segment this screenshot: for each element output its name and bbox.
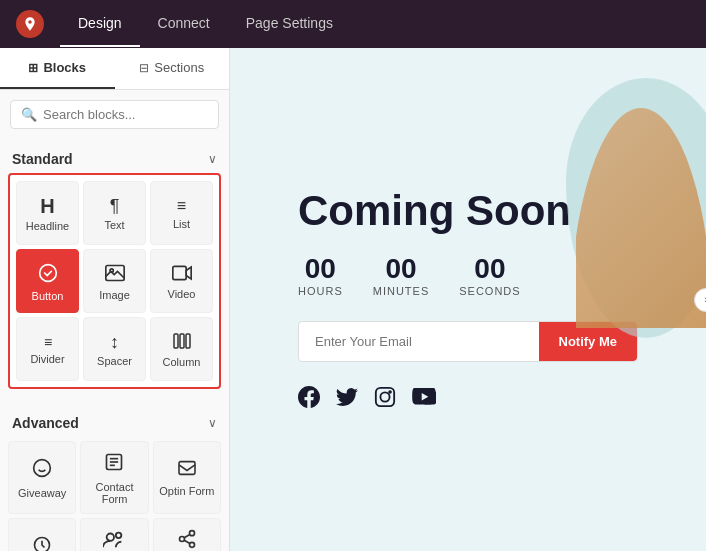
- header-nav: Design Connect Page Settings: [60, 1, 351, 47]
- block-contact-form-label: Contact Form: [85, 481, 143, 505]
- svg-line-22: [184, 534, 190, 537]
- search-wrapper: 🔍: [10, 100, 219, 129]
- block-giveaway-label: Giveaway: [18, 487, 66, 499]
- standard-blocks-wrapper: H Headline ¶ Text ≡ List: [8, 173, 221, 389]
- block-text[interactable]: ¶ Text: [83, 181, 146, 245]
- block-image-label: Image: [99, 289, 130, 301]
- sections-icon: ⊟: [139, 61, 149, 75]
- standard-title: Standard: [12, 151, 73, 167]
- logo-icon: [22, 16, 38, 32]
- svg-point-0: [39, 264, 56, 281]
- countdown-seconds: 00 SECONDS: [459, 255, 520, 297]
- social-row: [298, 386, 436, 413]
- svg-rect-6: [186, 334, 190, 348]
- svg-point-24: [380, 392, 389, 401]
- blocks-icon: ⊞: [28, 61, 38, 75]
- advanced-header[interactable]: Advanced ∨: [8, 409, 221, 437]
- optin-form-icon: [177, 460, 197, 481]
- search-input[interactable]: [43, 107, 208, 122]
- divider-icon: ≡: [44, 335, 51, 349]
- block-image[interactable]: Image: [83, 249, 146, 313]
- tab-sections-label: Sections: [154, 60, 204, 75]
- hours-num: 00: [298, 255, 343, 283]
- block-button-label: Button: [32, 290, 64, 302]
- video-icon: [172, 265, 192, 284]
- block-social-sharing[interactable]: Social Sharing: [153, 518, 221, 551]
- youtube-icon[interactable]: [412, 388, 436, 411]
- sidebar-tabs: ⊞ Blocks ⊟ Sections: [0, 48, 229, 90]
- giveaway-icon: [32, 458, 52, 483]
- search-container: 🔍: [0, 90, 229, 137]
- svg-point-7: [34, 460, 51, 477]
- svg-point-20: [189, 542, 194, 547]
- standard-blocks-grid: H Headline ¶ Text ≡ List: [16, 181, 213, 381]
- svg-rect-23: [376, 387, 394, 405]
- image-icon: [105, 264, 125, 285]
- tab-sections[interactable]: ⊟ Sections: [115, 48, 230, 89]
- header: Design Connect Page Settings: [0, 0, 706, 48]
- logo: [16, 10, 44, 38]
- canvas: Coming Soon 00 HOURS 00 MINUTES 00 SECON…: [230, 48, 706, 551]
- block-list-label: List: [173, 218, 190, 230]
- block-video-label: Video: [168, 288, 196, 300]
- block-video[interactable]: Video: [150, 249, 213, 313]
- block-optin-form-label: Optin Form: [159, 485, 214, 497]
- advanced-blocks-grid: Giveaway Contact Form Optin Form: [8, 441, 221, 551]
- svg-point-25: [389, 391, 391, 393]
- block-giveaway[interactable]: Giveaway: [8, 441, 76, 514]
- seconds-num: 00: [459, 255, 520, 283]
- block-spacer-label: Spacer: [97, 355, 132, 367]
- svg-point-17: [116, 533, 122, 539]
- block-countdown[interactable]: Countdown: [8, 518, 76, 551]
- tab-blocks-label: Blocks: [43, 60, 86, 75]
- block-text-label: Text: [104, 219, 124, 231]
- social-profiles-icon: [103, 530, 125, 551]
- headline-icon: H: [40, 196, 54, 216]
- column-icon: [173, 333, 191, 352]
- standard-header[interactable]: Standard ∨: [8, 145, 221, 173]
- svg-rect-5: [180, 334, 184, 348]
- email-input[interactable]: [299, 322, 539, 361]
- block-headline[interactable]: H Headline: [16, 181, 79, 245]
- block-list[interactable]: ≡ List: [150, 181, 213, 245]
- svg-rect-14: [179, 462, 195, 475]
- svg-point-18: [189, 531, 194, 536]
- advanced-chevron-icon: ∨: [208, 416, 217, 430]
- svg-line-21: [184, 540, 190, 543]
- countdown-row: 00 HOURS 00 MINUTES 00 SECONDS: [298, 255, 521, 297]
- block-social-profiles[interactable]: Social Profiles: [80, 518, 148, 551]
- countdown-icon: [32, 535, 52, 551]
- block-spacer[interactable]: ↕ Spacer: [83, 317, 146, 381]
- sidebar: ⊞ Blocks ⊟ Sections 🔍 Standard ∨: [0, 48, 230, 551]
- coming-soon-title: Coming Soon: [298, 187, 571, 235]
- countdown-minutes: 00 MINUTES: [373, 255, 430, 297]
- svg-rect-4: [174, 334, 178, 348]
- advanced-group: Advanced ∨ Giveaway Contact Form: [0, 401, 229, 551]
- hours-label: HOURS: [298, 285, 343, 297]
- search-icon: 🔍: [21, 107, 37, 122]
- facebook-icon[interactable]: [298, 386, 320, 413]
- tab-connect[interactable]: Connect: [140, 1, 228, 47]
- svg-point-2: [110, 268, 113, 271]
- block-divider-label: Divider: [30, 353, 64, 365]
- svg-rect-3: [172, 266, 185, 279]
- tab-design[interactable]: Design: [60, 1, 140, 47]
- block-divider[interactable]: ≡ Divider: [16, 317, 79, 381]
- countdown-hours: 00 HOURS: [298, 255, 343, 297]
- block-button[interactable]: Button: [16, 249, 79, 313]
- standard-group: Standard ∨ H Headline ¶ Text: [0, 137, 229, 401]
- block-headline-label: Headline: [26, 220, 69, 232]
- block-optin-form[interactable]: Optin Form: [153, 441, 221, 514]
- advanced-title: Advanced: [12, 415, 79, 431]
- standard-chevron-icon: ∨: [208, 152, 217, 166]
- twitter-icon[interactable]: [336, 386, 358, 413]
- seconds-label: SECONDS: [459, 285, 520, 297]
- spacer-icon: ↕: [110, 333, 119, 351]
- instagram-icon[interactable]: [374, 386, 396, 413]
- block-column[interactable]: Column: [150, 317, 213, 381]
- tab-page-settings[interactable]: Page Settings: [228, 1, 351, 47]
- svg-point-19: [179, 537, 184, 542]
- tab-blocks[interactable]: ⊞ Blocks: [0, 48, 115, 89]
- block-contact-form[interactable]: Contact Form: [80, 441, 148, 514]
- main-layout: ⊞ Blocks ⊟ Sections 🔍 Standard ∨: [0, 48, 706, 551]
